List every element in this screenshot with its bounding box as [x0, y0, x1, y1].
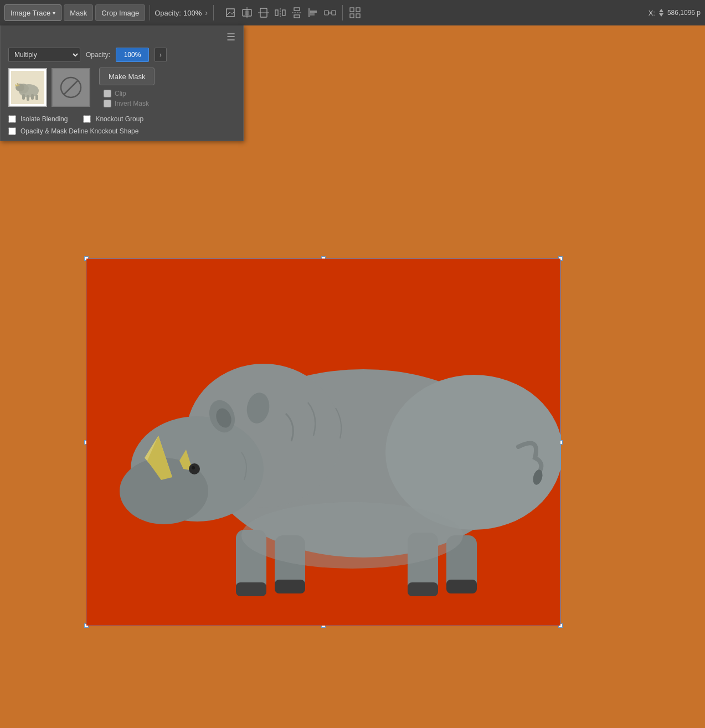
- svg-rect-21: [356, 14, 360, 18]
- coord-section: X: 586,1096 p: [649, 7, 701, 18]
- image-trace-chevron: ▾: [53, 10, 55, 16]
- svg-rect-15: [325, 11, 328, 15]
- rhino-svg: [86, 259, 560, 626]
- stepper-icon[interactable]: [657, 7, 665, 18]
- svg-rect-6: [275, 10, 278, 16]
- rhino-image: [86, 259, 560, 626]
- shape-tools: [223, 5, 338, 20]
- svg-rect-28: [35, 95, 38, 100]
- panel-menu-icon[interactable]: ☰: [227, 31, 235, 43]
- mask-button[interactable]: Mask: [64, 4, 93, 21]
- distribute-v-icon[interactable]: [289, 5, 305, 20]
- svg-rect-55: [446, 580, 477, 593]
- invert-mask-checkbox-row: Invert Mask: [104, 100, 155, 107]
- divider-3: [342, 5, 343, 20]
- image-thumbnail[interactable]: [8, 68, 47, 107]
- expand-icon: ›: [205, 8, 208, 17]
- panel-opacity-label: Opacity:: [86, 51, 110, 59]
- mask-thumbnail[interactable]: [52, 68, 90, 107]
- align-v-center-icon[interactable]: [256, 5, 271, 20]
- clip-checkbox-row: Clip: [104, 90, 155, 97]
- mask-options: Make Mask Clip Invert Mask: [99, 68, 155, 107]
- image-trace-button[interactable]: Image Trace ▾: [4, 4, 61, 21]
- expand-arrow-icon: ›: [159, 51, 162, 59]
- distribute-spacing-icon[interactable]: [322, 5, 338, 20]
- image-frame[interactable]: [86, 258, 561, 626]
- blend-opacity-row: NormalDissolveDarkenMultiplyColor BurnLi…: [8, 48, 235, 62]
- svg-point-29: [16, 84, 24, 91]
- svg-rect-13: [310, 11, 317, 13]
- svg-line-33: [64, 80, 78, 95]
- divider-1: [150, 5, 150, 20]
- opacity-display: 100%: [183, 9, 202, 17]
- no-mask-icon: [57, 74, 85, 101]
- invert-mask-checkbox[interactable]: [104, 100, 111, 107]
- isolate-blending-checkbox[interactable]: [8, 115, 16, 123]
- svg-rect-53: [275, 580, 305, 593]
- svg-rect-3: [245, 11, 249, 15]
- svg-rect-26: [27, 95, 29, 101]
- panel-expand-button[interactable]: ›: [155, 48, 167, 62]
- align-left-icon[interactable]: [306, 5, 321, 20]
- knockout-group-checkbox[interactable]: [83, 115, 91, 123]
- svg-rect-19: [356, 8, 360, 12]
- thumbnail-image: [11, 71, 44, 104]
- opacity-section: Opacity: 100% ›: [155, 8, 209, 17]
- svg-rect-52: [236, 582, 266, 596]
- svg-point-47: [192, 466, 195, 469]
- mask-label: Mask: [70, 9, 87, 17]
- opacity-mask-row: Opacity & Mask Define Knockout Shape: [8, 127, 235, 135]
- panel-list-row: ☰: [8, 31, 235, 43]
- transparency-panel: ☰ NormalDissolveDarkenMultiplyColor Burn…: [0, 25, 244, 141]
- clip-label: Clip: [115, 90, 126, 97]
- divider-2: [213, 5, 214, 20]
- isolate-blending-row: Isolate Blending Knockout Group: [8, 115, 235, 123]
- crop-image-label: Crop Image: [101, 9, 139, 17]
- opacity-expand-button[interactable]: ›: [204, 8, 209, 17]
- lower-checkboxes: Isolate Blending Knockout Group Opacity …: [8, 115, 235, 135]
- align-h-center-icon[interactable]: [239, 5, 255, 20]
- svg-rect-14: [310, 13, 315, 16]
- crop-image-button[interactable]: Crop Image: [95, 4, 145, 21]
- isolate-blending-label: Isolate Blending: [20, 115, 68, 123]
- svg-rect-25: [22, 94, 25, 100]
- opacity-mask-checkbox[interactable]: [8, 127, 16, 135]
- svg-rect-9: [294, 8, 300, 11]
- svg-rect-20: [350, 14, 354, 18]
- coord-value: 586,1096 p: [667, 9, 701, 17]
- mask-checkboxes: Clip Invert Mask: [104, 90, 155, 107]
- thumbnails-row: Make Mask Clip Invert Mask: [8, 68, 235, 107]
- opacity-label: Opacity:: [155, 9, 181, 17]
- blend-mode-select[interactable]: NormalDissolveDarkenMultiplyColor BurnLi…: [8, 48, 80, 62]
- main-toolbar: Image Trace ▾ Mask Crop Image Opacity: 1…: [0, 0, 705, 25]
- svg-rect-16: [332, 11, 336, 15]
- svg-point-56: [241, 502, 463, 569]
- svg-rect-18: [350, 8, 354, 12]
- clip-checkbox[interactable]: [104, 90, 111, 97]
- svg-rect-27: [31, 94, 34, 100]
- shape-icon[interactable]: [223, 5, 238, 20]
- invert-mask-label: Invert Mask: [115, 100, 149, 107]
- svg-rect-7: [282, 10, 285, 16]
- x-label: X:: [649, 9, 655, 17]
- distribute-h-icon[interactable]: [272, 5, 288, 20]
- panel-opacity-input[interactable]: [116, 48, 149, 62]
- opacity-mask-label: Opacity & Mask Define Knockout Shape: [20, 127, 138, 135]
- make-mask-button[interactable]: Make Mask: [99, 68, 155, 85]
- transform-grid-icon[interactable]: [347, 5, 363, 20]
- svg-rect-10: [294, 15, 300, 18]
- knockout-group-label: Knockout Group: [95, 115, 143, 123]
- image-trace-label: Image Trace: [11, 9, 50, 17]
- svg-rect-54: [408, 582, 438, 596]
- svg-rect-17: [328, 12, 332, 14]
